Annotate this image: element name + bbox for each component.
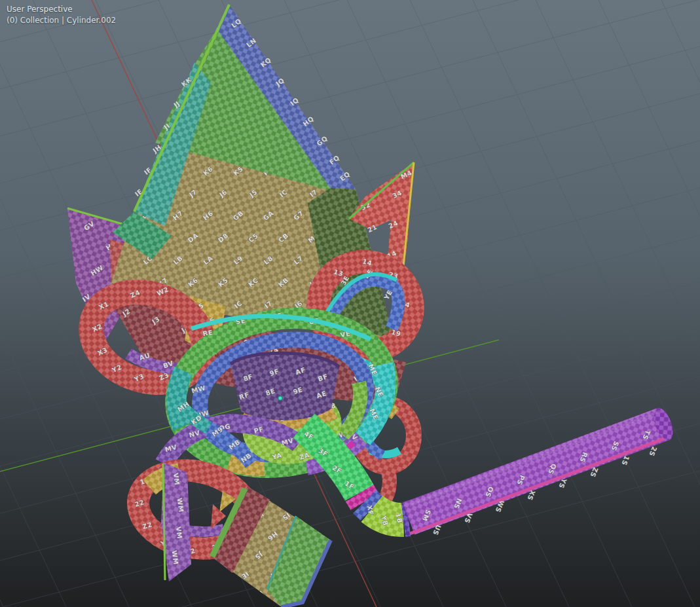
viewport-canvas[interactable]: GVHVHWIV2VL2K2J3J2MDMCLCLBLAL9L8L7K8KAK9…: [0, 0, 700, 607]
3d-viewport[interactable]: GVHVHWIV2VL2K2J3J2MDMCLCLBLAL9L8L7K8KAK9…: [0, 0, 700, 607]
collection-object-label: (0) Collection | Cylinder.002: [7, 15, 116, 26]
view-mode-label: User Perspective: [7, 4, 116, 15]
object-origin-dot: [278, 396, 282, 400]
hub-purple-cyl-checker: [230, 353, 339, 420]
viewport-overlay-text: User Perspective (0) Collection | Cylind…: [7, 4, 116, 26]
navy-ring-checker: [403, 519, 409, 520]
right-red-lower-checker: [384, 468, 390, 502]
tube-magenta-ring-checker: [359, 493, 365, 502]
